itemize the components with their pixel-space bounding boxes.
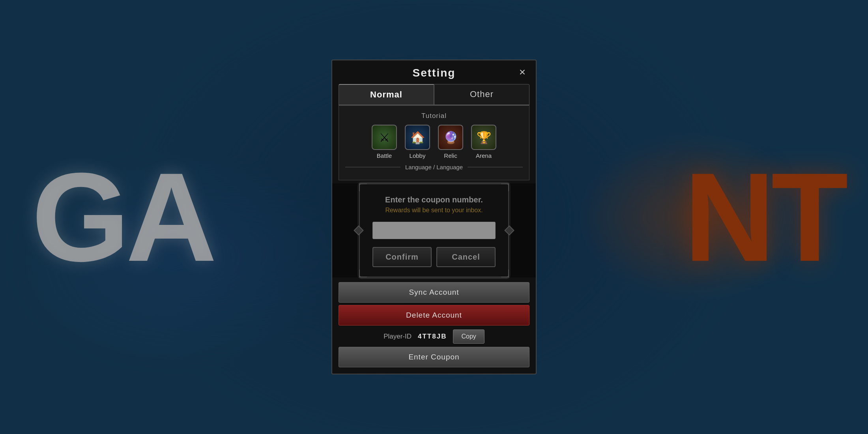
tab-normal[interactable]: Normal [339, 84, 434, 105]
diamond-right-icon [504, 225, 514, 235]
tutorial-icons-row: ⚔ Battle 🏠 Lobby 🔮 Relic 🏆 Arena [345, 125, 523, 159]
dialog-center: Enter the coupon number. Rewards will be… [332, 183, 536, 277]
coupon-input[interactable] [372, 222, 496, 239]
copy-button[interactable]: Copy [453, 329, 484, 344]
corner-tl [359, 183, 367, 191]
language-label: Language / Language [405, 164, 463, 170]
panel-header: Setting × [332, 60, 536, 82]
bottom-section: Sync Account Delete Account [339, 282, 529, 326]
coupon-dialog-wrapper: Enter the coupon number. Rewards will be… [332, 183, 536, 277]
enter-coupon-button[interactable]: Enter Coupon [339, 347, 529, 367]
panel-content: Tutorial ⚔ Battle 🏠 Lobby 🔮 Relic 🏆 Aren… [339, 105, 529, 180]
dialog-main-text: Enter the coupon number. [372, 195, 496, 204]
confirm-button[interactable]: Confirm [372, 247, 432, 267]
tutorial-item-relic[interactable]: 🔮 Relic [438, 125, 463, 159]
spacer [332, 180, 536, 183]
divider-right [468, 167, 523, 167]
player-id-row: Player-ID 4TT8JB Copy [332, 329, 536, 344]
tutorial-item-battle[interactable]: ⚔ Battle [372, 125, 397, 159]
player-id-value: 4TT8JB [418, 333, 447, 340]
tutorial-section-label: Tutorial [345, 112, 523, 120]
arena-icon: 🏆 [471, 125, 496, 150]
close-button[interactable]: × [515, 65, 529, 79]
player-id-label: Player-ID [383, 333, 412, 340]
diamond-left-icon [354, 225, 363, 235]
setting-panel: Setting × Normal Other Tutorial ⚔ Battle… [331, 60, 537, 374]
arena-label: Arena [476, 152, 492, 159]
tab-other[interactable]: Other [434, 84, 529, 105]
coupon-dialog: Enter the coupon number. Rewards will be… [359, 183, 509, 277]
tutorial-item-lobby[interactable]: 🏠 Lobby [405, 125, 430, 159]
tabs-container: Normal Other [339, 84, 529, 105]
corner-br [501, 269, 509, 277]
dialog-buttons: Confirm Cancel [372, 247, 496, 267]
battle-label: Battle [377, 152, 392, 159]
language-divider: Language / Language [345, 164, 523, 170]
sync-account-button[interactable]: Sync Account [339, 282, 529, 303]
corner-tr [501, 183, 509, 191]
lobby-icon: 🏠 [405, 125, 430, 150]
battle-icon: ⚔ [372, 125, 397, 150]
divider-left [345, 167, 400, 167]
dialog-sub-text: Rewards will be sent to your inbox. [372, 207, 496, 214]
tutorial-item-arena[interactable]: 🏆 Arena [471, 125, 496, 159]
relic-label: Relic [444, 152, 457, 159]
relic-icon: 🔮 [438, 125, 463, 150]
panel-title: Setting [413, 67, 456, 79]
corner-bl [359, 269, 367, 277]
delete-account-button[interactable]: Delete Account [339, 305, 529, 326]
cancel-button[interactable]: Cancel [436, 247, 496, 267]
lobby-label: Lobby [410, 152, 426, 159]
